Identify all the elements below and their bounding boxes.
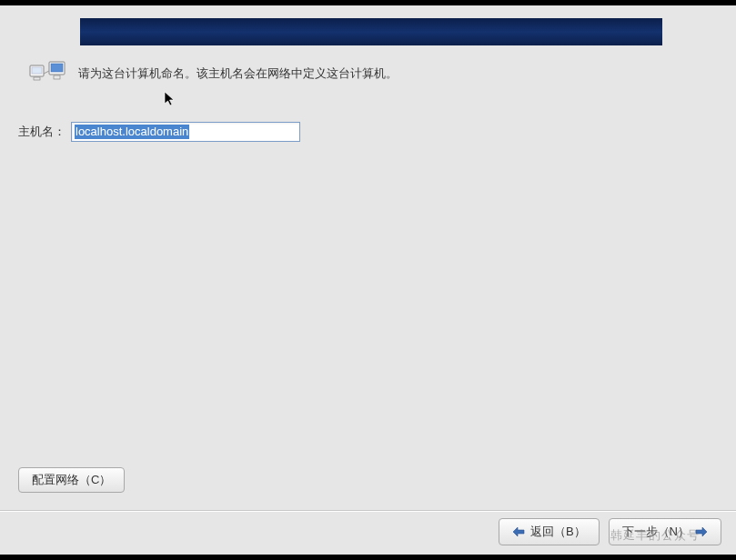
separator-line	[0, 510, 736, 511]
svg-line-6	[44, 71, 49, 74]
header-banner	[80, 18, 662, 45]
next-button[interactable]: 下一步（N）	[609, 518, 721, 545]
hostname-label: 主机名：	[18, 124, 66, 140]
hostname-value-selected: localhost.localdomain	[75, 125, 189, 139]
back-button-label: 返回（B）	[530, 524, 586, 540]
window-frame: 请为这台计算机命名。该主机名会在网络中定义这台计算机。 主机名： localho…	[0, 0, 736, 560]
hostname-input[interactable]: localhost.localdomain	[71, 122, 300, 142]
content-area: 请为这台计算机命名。该主机名会在网络中定义这台计算机。 主机名： localho…	[18, 60, 718, 142]
network-computers-icon	[29, 60, 67, 87]
instruction-text: 请为这台计算机命名。该主机名会在网络中定义这台计算机。	[78, 65, 398, 82]
instruction-row: 请为这台计算机命名。该主机名会在网络中定义这台计算机。	[29, 60, 718, 87]
arrow-left-icon	[512, 526, 525, 537]
arrow-right-icon	[695, 526, 708, 537]
hostname-row: 主机名： localhost.localdomain	[18, 122, 718, 142]
svg-rect-4	[51, 64, 63, 72]
installer-window: 请为这台计算机命名。该主机名会在网络中定义这台计算机。 主机名： localho…	[0, 5, 736, 555]
svg-rect-1	[32, 67, 42, 74]
nav-button-row: 返回（B） 下一步（N）	[499, 518, 721, 545]
configure-network-button[interactable]: 配置网络（C）	[18, 467, 125, 493]
back-button[interactable]: 返回（B）	[499, 518, 600, 545]
svg-rect-5	[54, 75, 60, 79]
svg-rect-2	[34, 77, 40, 80]
next-button-label: 下一步（N）	[622, 524, 690, 540]
